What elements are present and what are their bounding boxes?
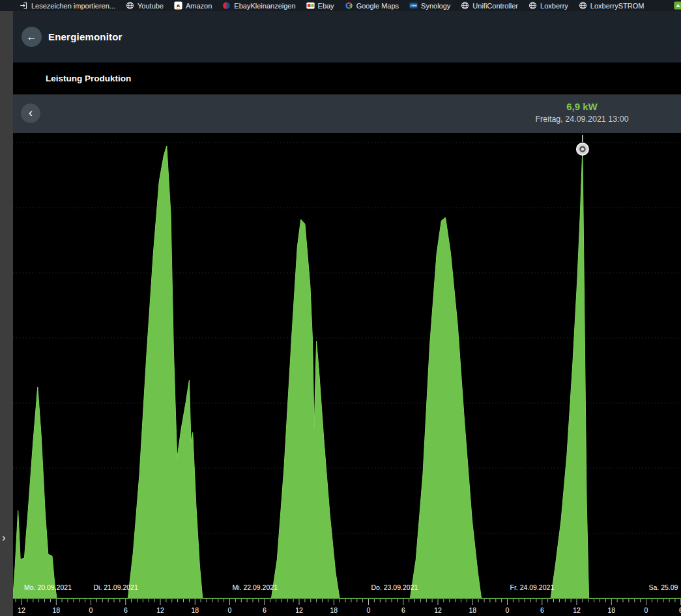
cursor-value: 6,9 kW	[535, 101, 628, 112]
svg-text:0: 0	[645, 606, 648, 614]
chart-toolbar: ‹ 6,9 kW Freitag, 24.09.2021 13:00	[13, 94, 681, 133]
svg-text:Mo. 20.09.2021: Mo. 20.09.2021	[24, 583, 72, 591]
svg-text:0: 0	[506, 606, 510, 614]
svg-text:18: 18	[469, 606, 476, 614]
bookmark-item[interactable]: Lesezeichen importieren...	[20, 1, 115, 10]
hour-labels: 121806121806121806121806121806	[18, 606, 681, 614]
time-axis-ticks	[16, 599, 681, 605]
bookmark-item[interactable]	[674, 1, 681, 10]
green-partial-icon	[674, 1, 681, 10]
bookmark-label: Amazon	[186, 2, 212, 10]
chevron-left-icon: ‹	[29, 106, 33, 120]
svg-text:0: 0	[228, 606, 232, 614]
cursor-marker[interactable]	[577, 135, 588, 155]
bookmark-label: LoxberrySTROM	[590, 2, 645, 10]
cursor-timestamp: Freitag, 24.09.2021 13:00	[535, 115, 628, 124]
amazon-icon: a	[174, 1, 182, 10]
svg-text:Sa. 25.09: Sa. 25.09	[649, 583, 678, 591]
bookmark-item[interactable]: EbayKleinanzeigen	[222, 1, 295, 10]
page-title: Energiemonitor	[48, 31, 123, 42]
section-title: Leistung Produktion	[46, 74, 131, 83]
panel-toggle-chevron-icon[interactable]: ›	[2, 532, 6, 543]
bookmark-item[interactable]: UnifiController	[461, 1, 518, 10]
svg-text:0: 0	[89, 606, 93, 614]
bookmark-item[interactable]: Ebay	[306, 1, 334, 10]
svg-text:0: 0	[367, 606, 371, 614]
bookmark-item[interactable]: aAmazon	[174, 1, 212, 10]
bookmark-item[interactable]: DSMSynology	[409, 1, 450, 10]
globe-icon	[579, 1, 587, 10]
globe-icon	[126, 1, 134, 10]
bookmarks-bar: Lesezeichen importieren...YoutubeaAmazon…	[0, 0, 681, 11]
bookmark-label: Google Maps	[356, 2, 399, 10]
import-icon	[20, 1, 28, 10]
bookmark-label: Loxberry	[540, 2, 568, 10]
cursor-readout: 6,9 kW Freitag, 24.09.2021 13:00	[535, 101, 628, 124]
back-button[interactable]: ←	[22, 27, 42, 47]
app-header: ← Energiemonitor	[13, 11, 681, 63]
ebay-icon	[306, 1, 315, 10]
svg-text:12: 12	[295, 606, 303, 614]
svg-text:18: 18	[52, 606, 60, 614]
synology-icon: DSM	[409, 1, 418, 10]
svg-text:DSM: DSM	[411, 4, 417, 7]
svg-text:Di. 21.09.2021: Di. 21.09.2021	[94, 583, 138, 591]
bookmark-item[interactable]: LoxberrySTROM	[579, 1, 645, 10]
svg-text:12: 12	[434, 606, 442, 614]
svg-text:6: 6	[540, 606, 544, 614]
production-chart[interactable]: 121806121806121806121806121806Mo. 20.09.…	[13, 133, 681, 616]
production-chart-svg[interactable]: 121806121806121806121806121806Mo. 20.09.…	[13, 133, 681, 616]
globe-icon	[461, 1, 469, 10]
svg-text:6: 6	[124, 606, 128, 614]
svg-text:18: 18	[607, 606, 615, 614]
back-arrow-icon: ←	[27, 31, 37, 43]
bookmark-label: Ebay	[318, 2, 334, 10]
svg-text:6: 6	[263, 606, 267, 614]
svg-text:Fr. 24.09.2021: Fr. 24.09.2021	[510, 583, 555, 591]
side-panel-strip: ›	[0, 11, 13, 616]
google-icon	[345, 1, 353, 10]
svg-text:a: a	[177, 3, 180, 8]
section-band: Leistung Produktion	[13, 63, 681, 94]
bookmark-item[interactable]: Loxberry	[529, 1, 568, 10]
bookmark-label: Synology	[421, 2, 450, 10]
bookmark-item[interactable]: Youtube	[126, 1, 164, 10]
svg-text:Mi. 22.09.2021: Mi. 22.09.2021	[233, 583, 278, 591]
svg-text:12: 12	[156, 606, 164, 614]
bookmark-label: Lesezeichen importieren...	[31, 2, 115, 10]
previous-period-button[interactable]: ‹	[21, 104, 40, 123]
bookmark-label: EbayKleinanzeigen	[234, 2, 295, 10]
production-area-series	[13, 146, 681, 598]
svg-text:6: 6	[401, 606, 405, 614]
svg-text:18: 18	[191, 606, 199, 614]
svg-text:18: 18	[330, 606, 338, 614]
bookmark-item[interactable]: Google Maps	[345, 1, 399, 10]
svg-text:Do. 23.09.2021: Do. 23.09.2021	[371, 583, 418, 591]
bookmark-label: Youtube	[138, 2, 164, 10]
globe-icon	[529, 1, 537, 10]
energiemonitor-app: ← Energiemonitor Leistung Produktion ‹ 6…	[13, 11, 681, 616]
screen: Lesezeichen importieren...YoutubeaAmazon…	[0, 0, 681, 616]
svg-text:12: 12	[18, 606, 25, 614]
svg-text:12: 12	[573, 606, 581, 614]
ebaykleinanzeigen-icon	[222, 1, 231, 10]
bookmark-label: UnifiController	[472, 2, 518, 10]
